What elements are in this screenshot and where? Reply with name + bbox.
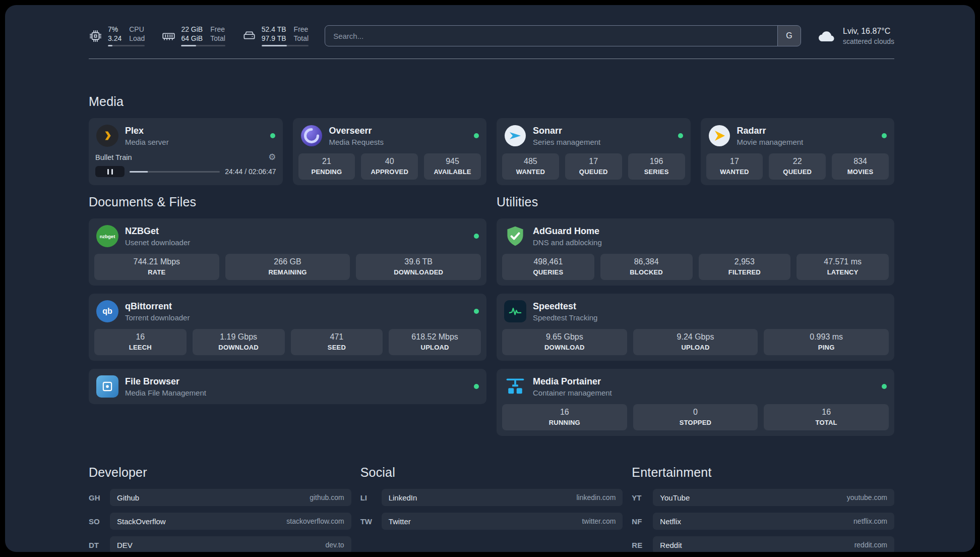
stat-filtered: 2,953 FILTERED (699, 254, 791, 280)
status-dot (882, 384, 887, 389)
service-description: Container management (533, 388, 612, 397)
stat-stopped: 0 STOPPED (633, 404, 758, 430)
disk-total-value: 97.9 TB (262, 34, 286, 42)
service-description: Series management (533, 138, 600, 146)
search-input[interactable] (325, 26, 777, 46)
cpu-icon (89, 29, 102, 43)
disk-resource-widget: 52.4 TB 97.9 TB Free Total (242, 25, 309, 46)
stat-approved: 40 APPROVED (361, 153, 418, 180)
service-name: Radarr (737, 126, 804, 136)
stat-upload: 618.52 Mbps UPLOAD (389, 329, 481, 355)
stat-leech: 16 LEECH (94, 329, 187, 355)
topbar-divider (89, 59, 894, 59)
stat-seed: 471 SEED (291, 329, 383, 355)
group-documents-files: Documents & Files nzbget NZBGet Usenet d… (89, 195, 486, 436)
service-card-filebrowser[interactable]: File Browser Media File Management (89, 369, 486, 404)
stat-latency: 47.571 ms LATENCY (797, 254, 889, 280)
speedtest-icon (504, 300, 526, 322)
bookmark-youtube[interactable]: YouTube youtube.com (653, 489, 894, 506)
memory-free-label: Free (210, 25, 225, 33)
bookmark-netflix[interactable]: Netflix netflix.com (653, 513, 894, 530)
cpu-usage-value: 7% (108, 25, 121, 33)
cpu-load-label: Load (129, 34, 145, 42)
bookmark-abbr: LI (360, 493, 382, 502)
disk-free-label: Free (294, 25, 309, 33)
group-title-utilities: Utilities (497, 195, 894, 209)
stat-rate: 744.21 Mbps RATE (94, 254, 219, 280)
bookmark-abbr: DT (89, 541, 110, 549)
group-title-developer: Developer (89, 465, 351, 480)
service-card-qbittorrent[interactable]: qb qBittorrent Torrent downloader 16 LEE… (89, 294, 486, 361)
bookmark-stackoverflow[interactable]: StackOverflow stackoverflow.com (110, 513, 351, 530)
nzbget-icon: nzbget (96, 225, 118, 247)
stat-upload: 9.24 Gbps UPLOAD (633, 329, 758, 355)
status-dot (882, 133, 887, 138)
cloud-icon (817, 26, 836, 45)
service-description: Media server (125, 138, 169, 146)
service-description: Speedtest Tracking (533, 313, 597, 322)
stat-blocked: 86,384 BLOCKED (600, 254, 693, 280)
bookmark-dev[interactable]: DEV dev.to (110, 536, 351, 552)
overseerr-icon (300, 125, 323, 147)
group-utilities: Utilities AdGuard Home DNS and adblocki (497, 195, 894, 436)
bookmark-abbr: TW (360, 517, 382, 526)
service-card-portainer[interactable]: Media Portainer Container management 16 … (497, 369, 894, 436)
service-card-plex[interactable]: Plex Media server Bullet Train ⚙ (89, 118, 283, 185)
service-name: qBittorrent (125, 301, 190, 312)
service-name: Overseerr (329, 126, 384, 136)
service-card-nzbget[interactable]: nzbget NZBGet Usenet downloader 744.21 M… (89, 218, 486, 286)
bookmark-reddit[interactable]: Reddit reddit.com (653, 536, 894, 552)
filebrowser-icon (96, 375, 118, 398)
cpu-resource-widget: 7% 3.24 CPU Load (89, 25, 145, 46)
memory-resource-widget: 22 GiB 64 GiB Free Total (162, 25, 225, 46)
bookmark-abbr: SO (89, 517, 110, 526)
search-provider-button[interactable]: G (777, 26, 801, 46)
search-bar: G (325, 25, 801, 46)
stat-wanted: 17 WANTED (706, 153, 763, 180)
pause-button[interactable] (95, 166, 125, 177)
bookmark-linkedin[interactable]: LinkedIn linkedin.com (382, 489, 623, 506)
service-description: Usenet downloader (125, 238, 190, 247)
stat-total: 16 TOTAL (764, 404, 889, 430)
stat-available: 945 AVAILABLE (424, 153, 481, 180)
stat-series: 196 SERIES (628, 153, 685, 180)
service-description: Media Requests (329, 138, 384, 146)
dashboard-frame: 7% 3.24 CPU Load (5, 5, 975, 552)
service-name: AdGuard Home (533, 226, 602, 237)
cpu-usage-label: CPU (129, 25, 145, 33)
topbar: 7% 3.24 CPU Load (89, 25, 894, 46)
stat-download: 1.19 Gbps DOWNLOAD (193, 329, 285, 355)
service-card-speedtest[interactable]: Speedtest Speedtest Tracking 9.65 Gbps D… (497, 294, 894, 361)
service-description: Torrent downloader (125, 313, 190, 322)
bookmark-github[interactable]: Github github.com (110, 489, 351, 506)
now-playing-title: Bullet Train (95, 153, 132, 161)
adguard-icon (504, 225, 526, 247)
cpu-progress-bar (108, 45, 145, 46)
memory-free-value: 22 GiB (181, 25, 203, 33)
bookmark-group-entertainment: Entertainment YT YouTube youtube.com NF … (632, 465, 894, 552)
bookmark-group-developer: Developer GH Github github.com SO StackO… (89, 465, 351, 552)
bookmark-abbr: RE (632, 541, 653, 549)
service-card-radarr[interactable]: Radarr Movie management 17 WANTED 22 QUE… (701, 118, 895, 185)
stat-queries: 498,461 QUERIES (502, 254, 594, 280)
plex-now-playing: Bullet Train ⚙ 24:44 / 02:06:47 (94, 153, 277, 177)
cpu-load-value: 3.24 (108, 34, 121, 42)
service-name: Media Portainer (533, 376, 612, 387)
weather-condition: scattered clouds (843, 37, 894, 45)
service-name: Plex (125, 126, 169, 136)
group-media: Media Plex Media server (89, 94, 894, 185)
bookmark-row: TW Twitter twitter.com (360, 513, 623, 530)
bookmark-twitter[interactable]: Twitter twitter.com (382, 513, 623, 530)
playback-progress-bar[interactable] (130, 171, 220, 173)
gear-icon[interactable]: ⚙ (268, 153, 276, 161)
stat-queued: 22 QUEUED (769, 153, 826, 180)
service-card-overseerr[interactable]: Overseerr Media Requests 21 PENDING 40 A… (293, 118, 487, 185)
group-title-entertainment: Entertainment (632, 465, 894, 480)
service-card-sonarr[interactable]: Sonarr Series management 485 WANTED 17 Q… (497, 118, 691, 185)
service-description: Media File Management (125, 388, 206, 397)
service-name: Sonarr (533, 126, 600, 136)
bookmark-row: GH Github github.com (89, 489, 351, 506)
service-card-adguard[interactable]: AdGuard Home DNS and adblocking 498,461 … (497, 218, 894, 286)
status-dot (474, 133, 479, 138)
stat-running: 16 RUNNING (502, 404, 627, 430)
